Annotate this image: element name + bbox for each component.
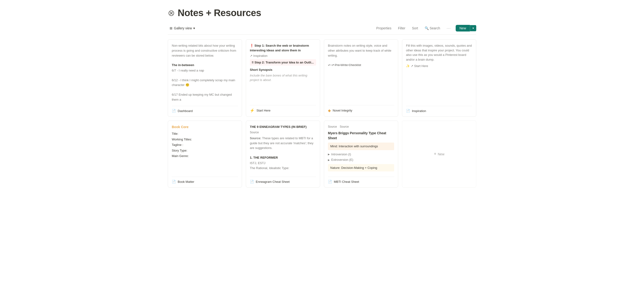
book-field-story-type: Story Type: (172, 148, 238, 153)
enneagram-content: THE 9 ENNEAGRAM TYPES (IN BRIEF) Source … (250, 125, 316, 173)
enneagram-reformer-types: ISTJ, ESTJ (250, 161, 316, 166)
page-header: ⊗ Notes + Resources (168, 8, 476, 18)
mbti-source-tag-2: Source (340, 125, 349, 129)
gallery-grid: Non-writing related bits about how your … (168, 39, 476, 188)
inspiration-footer-label: Inspiration (412, 109, 426, 113)
new-placeholder-label: New (438, 152, 444, 156)
toolbar: ⊞ Gallery view ▾ Properties Filter Sort … (168, 25, 476, 35)
enneagram-reformer-sub: The Rational, Idealistic Type: (250, 166, 316, 171)
dashboard-footer: 📄 Dashboard (172, 106, 238, 113)
synopsis-placeholder: Include the bare bones of what this writ… (250, 73, 316, 82)
mbti-source-tag-1: Source (328, 125, 337, 129)
card-new-placeholder[interactable]: + New (402, 121, 476, 188)
mbti-footer-label: MBTI Cheat Sheet (334, 180, 359, 183)
enneagram-source-tag: Source (250, 130, 316, 135)
dashboard-intro: Non-writing related bits about how your … (172, 43, 238, 58)
enneagram-source-text: Source: These types are related to MBTI … (250, 136, 316, 151)
card-novel-integrity[interactable]: Brainstorm notes on writing style, voice… (324, 39, 398, 117)
card-inspiration[interactable]: Fill this with images, videos, sounds, q… (402, 39, 476, 117)
mbti-item-introversion: ▶ Introversion (I) (328, 152, 394, 157)
start-here-link: ✨ ↗ Start Here (406, 64, 472, 69)
pre-write-checklist: ✓ ↗ Pre-Write Checklist (328, 63, 394, 68)
plus-icon: + (434, 152, 436, 157)
gallery-view-button[interactable]: ⊞ Gallery view ▾ (168, 25, 197, 31)
inspiration-content: Fill this with images, videos, sounds, q… (406, 43, 472, 102)
dashboard-footer-icon: 📄 (172, 109, 176, 113)
start-here-footer-label: Start Here (256, 109, 270, 112)
novel-integrity-footer-label: Novel Integrity (333, 109, 352, 112)
card-dashboard[interactable]: Non-writing related bits about how your … (168, 39, 242, 117)
book-matter-footer-icon: 📄 (172, 180, 176, 183)
start-here-content: ❗ Step 1: Search the web or brainstorm i… (250, 43, 316, 101)
card-enneagram[interactable]: THE 9 ENNEAGRAM TYPES (IN BRIEF) Source … (246, 121, 320, 188)
step1-text: ❗ Step 1: Search the web or brainstorm i… (250, 43, 316, 53)
search-icon: 🔍 (425, 26, 429, 30)
book-field-working: Working Titles: (172, 137, 238, 142)
new-button-dropdown[interactable]: ▾ (470, 25, 476, 31)
novel-integrity-footer-icon: ◆ (328, 108, 331, 113)
enneagram-title: THE 9 ENNEAGRAM TYPES (IN BRIEF) (250, 125, 316, 129)
enneagram-footer-label: Enneagram Cheat Sheet (256, 180, 290, 183)
filter-button[interactable]: Filter (396, 25, 407, 31)
more-icon: ··· (447, 26, 451, 30)
more-options-button[interactable]: ··· (445, 25, 453, 31)
start-here-footer: ⚡ Start Here (250, 105, 316, 113)
sort-button[interactable]: Sort (410, 25, 420, 31)
gallery-view-label: Gallery view (174, 26, 192, 30)
enneagram-footer-icon: 📄 (250, 180, 254, 183)
dashboard-in-between: The in-between (172, 63, 238, 68)
book-matter-footer-label: Book Matter (178, 180, 194, 183)
page-icon: ⊗ (168, 8, 175, 18)
book-core-title: Book Core (172, 125, 238, 130)
enneagram-reformer-title: 1. THE REFORMER (250, 155, 316, 160)
inspiration-footer-icon: 📄 (406, 109, 410, 113)
step2-text: ‼️ Step 2: Transform your Idea to an Out… (250, 59, 316, 66)
novel-integrity-text: Brainstorm notes on writing style, voice… (328, 43, 394, 58)
chevron-down-icon: ▾ (193, 26, 195, 30)
inspiration-text: Fill this with images, videos, sounds, q… (406, 43, 472, 62)
book-field-tagline: Tagline : (172, 143, 238, 147)
search-button[interactable]: 🔍 Search (423, 25, 442, 31)
new-button-group: New ▾ (456, 25, 476, 32)
inspiration-link: ↗ Inspiration (250, 54, 316, 58)
dashboard-entry1: 6/7 - I really need a nap (172, 68, 238, 73)
novel-integrity-content: Brainstorm notes on writing style, voice… (328, 43, 394, 101)
dashboard-entry3: 6/17 Ended up keeping my MC but changed … (172, 92, 238, 102)
dashboard-entry2: 6/12 - I think I might completely scrap … (172, 78, 238, 88)
mbti-footer: 📄 MBTI Cheat Sheet (328, 177, 394, 183)
mbti-title: Myers Briggs Personality Type Cheat Shee… (328, 131, 394, 141)
dashboard-footer-label: Dashboard (178, 109, 193, 113)
mbti-section-mind: Mind: Interaction with surroundings (328, 143, 394, 150)
card-mbti[interactable]: Source Source Myers Briggs Personality T… (324, 121, 398, 188)
page-title: Notes + Resources (178, 8, 261, 18)
properties-button[interactable]: Properties (374, 25, 393, 31)
start-here-footer-icon: ⚡ (250, 108, 254, 113)
synopsis-label: Short Synopsis (250, 68, 316, 72)
mbti-content: Source Source Myers Briggs Personality T… (328, 125, 394, 173)
book-matter-content: Book Core Title: Working Titles: Tagline… (172, 125, 238, 173)
enneagram-footer: 📄 Enneagram Cheat Sheet (250, 177, 316, 183)
card-book-matter[interactable]: Book Core Title: Working Titles: Tagline… (168, 121, 242, 188)
mbti-source-tags: Source Source (328, 125, 394, 129)
mbti-footer-icon: 📄 (328, 180, 332, 183)
book-matter-footer: 📄 Book Matter (172, 177, 238, 183)
dashboard-content: Non-writing related bits about how your … (172, 43, 238, 102)
mbti-section-nature: Nature: Decision-Making + Coping (328, 164, 394, 172)
new-placeholder-content: + New (406, 125, 472, 183)
gallery-icon: ⊞ (170, 26, 172, 30)
toolbar-left: ⊞ Gallery view ▾ (168, 25, 197, 31)
mbti-item-extroversion: ▶ Extroversion (E) (328, 157, 394, 163)
new-button-main[interactable]: New (456, 25, 470, 32)
book-field-title: Title: (172, 131, 238, 136)
card-start-here[interactable]: ❗ Step 1: Search the web or brainstorm i… (246, 39, 320, 117)
toolbar-right: Properties Filter Sort 🔍 Search ··· New … (374, 25, 476, 32)
book-field-genre: Main Genre: (172, 154, 238, 158)
novel-integrity-footer: ◆ Novel Integrity (328, 105, 394, 113)
inspiration-footer: 📄 Inspiration (406, 106, 472, 113)
